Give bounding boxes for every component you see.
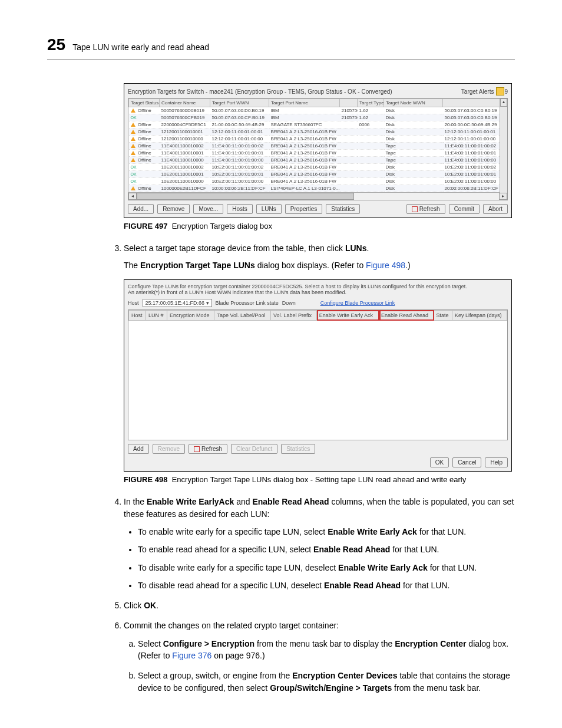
step-4: In the Enable Write EarlyAck and Enable …	[124, 496, 515, 591]
table-row[interactable]: Offline121200110001000012:12:00:11:00:01…	[129, 136, 508, 143]
table-row[interactable]: Offline11E400110001000211:E4:00:11:00:01…	[129, 143, 508, 150]
dialog-description: Configure Tape LUNs for encryption targe…	[128, 284, 508, 289]
host-dropdown[interactable]: 25:17:00:05:1E:41:FD:66 ▾	[143, 299, 212, 307]
figure-498-caption: FIGURE 498 Encryption Target Tape LUNs d…	[124, 475, 515, 484]
remove-button[interactable]: Remove	[157, 204, 190, 214]
step-5: Click OK.	[124, 599, 515, 611]
column-header[interactable]	[443, 99, 508, 107]
ok-button[interactable]: OK	[430, 457, 449, 467]
alert-icon	[496, 87, 504, 95]
luns-button[interactable]: LUNs	[256, 204, 282, 214]
encryption-targets-dialog: Encryption Targets for Switch - mace241 …	[124, 83, 512, 218]
table-row[interactable]: OK5005076300CFB01950:05:07:63:00:CF:B0:1…	[129, 114, 508, 121]
column-header[interactable]: Container Name	[160, 99, 210, 107]
highlight-write-early	[317, 310, 379, 321]
configure-blade-link[interactable]: Configure Blade Processor Link	[320, 300, 395, 306]
luns-button-row: AddRemoveRefreshClear DefunctStatistics	[128, 444, 508, 454]
table-row[interactable]: Offline5005076300D0B01950:05:07:63:00:D0…	[129, 107, 508, 114]
add-button[interactable]: Add	[128, 444, 149, 454]
warning-icon	[131, 158, 135, 162]
blade-value: Down	[282, 300, 296, 306]
table-row[interactable]: Offline11E400110001000111:E4:00:11:00:01…	[129, 150, 508, 157]
refresh-button[interactable]: Refresh	[406, 204, 445, 214]
column-header[interactable]: Vol. Label Prefix	[271, 310, 317, 320]
statistics-button: Statistics	[281, 444, 315, 454]
refresh-icon	[412, 206, 418, 212]
abort-button[interactable]: Abort	[483, 204, 508, 214]
step-6: Commit the changes on the related crypto…	[124, 620, 515, 693]
warning-icon	[131, 123, 135, 127]
dialog-footer-buttons: OKCancelHelp	[128, 457, 508, 467]
warning-icon	[131, 144, 135, 148]
column-header[interactable]: Target Type	[358, 99, 384, 107]
cancel-button[interactable]: Cancel	[452, 457, 481, 467]
move--button[interactable]: Move...	[193, 204, 223, 214]
table-row[interactable]: OK10E200110001000110:E2:00:11:00:01:00:0…	[129, 171, 508, 178]
tape-luns-dialog: Configure Tape LUNs for encryption targe…	[124, 279, 512, 472]
dialog-title: Encryption Targets for Switch - mace241 …	[128, 88, 392, 95]
blade-label: Blade Processor Link state	[216, 300, 279, 306]
properties-button[interactable]: Properties	[285, 204, 323, 214]
hosts-button[interactable]: Hosts	[227, 204, 253, 214]
column-header[interactable]: LUN #	[146, 310, 167, 320]
table-row[interactable]: Offline121200110001000112:12:00:11:00:01…	[129, 129, 508, 136]
column-header[interactable]: Tape Vol. Label/Pool	[214, 310, 271, 320]
table-row[interactable]: Offline1000000E2B11DFCF10:00:00:06:2B:11…	[129, 185, 508, 192]
dialog-button-row: Add...RemoveMove...HostsLUNsPropertiesSt…	[128, 204, 508, 214]
add--button[interactable]: Add...	[128, 204, 154, 214]
warning-icon	[131, 186, 135, 190]
page-header: 25 Tape LUN write early and read ahead	[47, 35, 515, 60]
column-header[interactable]: Host	[129, 310, 146, 320]
chapter-number: 25	[47, 35, 65, 54]
host-label: Host	[128, 300, 139, 306]
refresh-icon	[194, 446, 200, 452]
column-header[interactable]: State	[434, 310, 452, 320]
refresh-button[interactable]: Refresh	[189, 444, 227, 454]
statistics-button[interactable]: Statistics	[326, 204, 360, 214]
vertical-scrollbar[interactable]: ▴	[500, 98, 507, 193]
remove-button: Remove	[153, 444, 185, 454]
chapter-title: Tape LUN write early and read ahead	[72, 42, 209, 52]
target-alerts: Target Alerts 9	[461, 87, 508, 95]
table-row[interactable]: OK10E200110001000210:E2:00:11:00:01:00:0…	[129, 164, 508, 171]
luns-table[interactable]: HostLUN #Encryption ModeTape Vol. Label/…	[128, 309, 508, 440]
horizontal-scrollbar[interactable]: ◂ ▸	[128, 192, 507, 200]
figure-376-link[interactable]: Figure 376	[172, 651, 211, 660]
table-row[interactable]: Offline22000004CF5DE5C121:00:00:0C:50:69…	[129, 121, 508, 129]
scroll-right-icon[interactable]: ▸	[499, 193, 507, 200]
column-header[interactable]	[340, 99, 358, 107]
step-3: Select a target tape storage device from…	[124, 242, 515, 271]
column-header[interactable]: Target Status	[129, 99, 160, 107]
warning-icon	[131, 108, 135, 113]
help-button[interactable]: Help	[485, 457, 508, 467]
column-header[interactable]: Target Node WWN	[384, 99, 443, 107]
figure-497-caption: FIGURE 497 Encryption Targets dialog box	[124, 222, 515, 230]
warning-icon	[131, 151, 135, 155]
targets-grid[interactable]: Target StatusContainer NameTarget Port W…	[128, 98, 508, 200]
table-row[interactable]: OK10E200110001000010:E2:00:11:00:01:00:0…	[129, 178, 508, 185]
commit-button[interactable]: Commit	[449, 204, 480, 214]
column-header[interactable]: Target Port Name	[269, 99, 340, 107]
scroll-left-icon[interactable]: ◂	[128, 193, 137, 200]
table-row[interactable]: Offline11E400110001000011:E4:00:11:00:01…	[129, 157, 508, 164]
column-header[interactable]: Encryption Mode	[167, 310, 214, 320]
highlight-read-ahead	[379, 310, 434, 321]
figure-498-link[interactable]: Figure 498	[366, 261, 405, 270]
scroll-up-icon[interactable]: ▴	[500, 98, 507, 107]
warning-icon	[131, 130, 135, 134]
dialog-description-2: An asterisk(*) in front of a LUN's Host …	[128, 289, 508, 295]
clear-defunct-button: Clear Defunct	[231, 444, 277, 454]
column-header[interactable]: Key Lifespan (days)	[452, 310, 507, 320]
warning-icon	[131, 137, 135, 141]
column-header[interactable]: Target Port WWN	[210, 99, 269, 107]
scroll-thumb[interactable]	[137, 193, 354, 200]
